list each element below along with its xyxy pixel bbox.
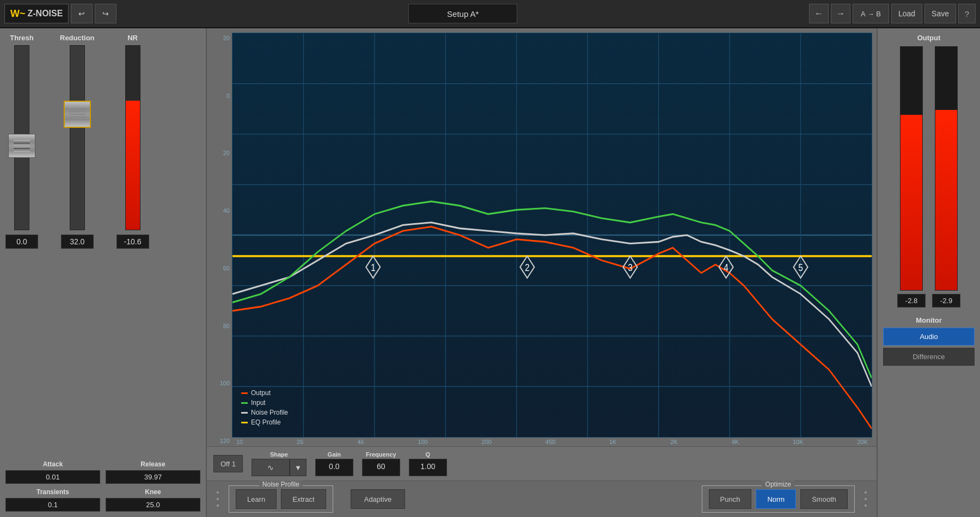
- monitor-label: Monitor: [883, 316, 975, 324]
- legend-noise-color: [241, 412, 248, 414]
- gain-value[interactable]: 0.0: [315, 459, 353, 476]
- right-panel: Output -2.8 -2.9: [877, 28, 980, 517]
- attack-value[interactable]: 0.01: [5, 470, 100, 484]
- setup-display: Setup A*: [408, 4, 517, 23]
- reduction-track: [70, 45, 85, 230]
- logo-button[interactable]: W~ Z-NOISE: [4, 4, 69, 23]
- spectrum-display[interactable]: 1 2 3 4: [232, 33, 872, 438]
- knee-value[interactable]: 25.0: [106, 498, 200, 512]
- dot-6: [863, 503, 868, 508]
- eq-shape-button[interactable]: ∿: [252, 459, 290, 476]
- output-label: Output: [917, 34, 941, 42]
- reduction-thumb[interactable]: [64, 101, 91, 128]
- legend-output-label: Output: [251, 389, 271, 397]
- q-label: Q: [426, 451, 431, 458]
- eq-dropdown-button[interactable]: ▼: [290, 459, 307, 476]
- left-meter-fill: [901, 115, 922, 290]
- optimize-label: Optimize: [762, 481, 794, 488]
- nr-value[interactable]: -10.6: [117, 235, 149, 249]
- spectrum-layout: 20 0 20 40 60 80 100 120: [211, 33, 872, 446]
- y-label: 20: [211, 35, 230, 41]
- extract-button[interactable]: Extract: [281, 489, 326, 509]
- prev-button[interactable]: ←: [809, 4, 829, 23]
- adaptive-button[interactable]: Adaptive: [351, 489, 406, 509]
- legend-eq-color: [241, 422, 248, 423]
- right-meter-group: -2.9: [932, 46, 960, 307]
- punch-button[interactable]: Punch: [709, 489, 752, 509]
- x-label: 100: [418, 439, 427, 445]
- thresh-label: Thresh: [10, 34, 33, 42]
- next-button[interactable]: →: [831, 4, 850, 23]
- help-button[interactable]: ?: [958, 4, 976, 23]
- x-label: 10: [236, 439, 243, 445]
- monitor-section: Monitor Audio Difference: [883, 316, 975, 368]
- release-value[interactable]: 39.97: [106, 470, 200, 484]
- nr-bar-wrapper: [125, 45, 140, 230]
- spectrum-main: 1 2 3 4: [232, 33, 872, 446]
- reduction-value[interactable]: 32.0: [61, 235, 94, 249]
- thumb-line: [14, 151, 30, 152]
- reduction-line: [69, 108, 85, 109]
- thumb-line: [14, 140, 30, 141]
- transients-value[interactable]: 0.1: [5, 498, 100, 512]
- x-label: 450: [546, 439, 555, 445]
- y-label: 20: [211, 150, 230, 156]
- center-panel: 20 0 20 40 60 80 100 120: [207, 28, 877, 517]
- legend-noise-label: Noise Profile: [251, 409, 288, 416]
- spectrum-legend: Output Input Noise Profile: [241, 389, 288, 426]
- legend-output: Output: [241, 389, 288, 397]
- svg-text:1: 1: [371, 262, 376, 274]
- thumb-lines: [14, 140, 30, 152]
- reduction-line: [69, 111, 85, 112]
- ab-button[interactable]: A → B: [853, 4, 889, 23]
- x-label: 2K: [670, 439, 677, 445]
- legend-eq-profile: EQ Profile: [241, 418, 288, 426]
- x-axis-labels: 10 26 46 100 200 450 1K 2K 4K 10K 20K: [232, 438, 872, 446]
- right-meter-fill: [935, 110, 957, 290]
- noise-profile-section: Noise Profile Learn Extract: [229, 485, 333, 513]
- gain-label: Gain: [328, 451, 341, 458]
- eq-band-button[interactable]: Off 1: [213, 455, 243, 472]
- nr-control: NR -10.6: [117, 34, 149, 455]
- left-meter-value[interactable]: -2.8: [897, 294, 926, 307]
- x-label: 200: [482, 439, 492, 445]
- left-meter-group: -2.8: [897, 46, 926, 307]
- thresh-slider-container[interactable]: [14, 45, 29, 230]
- svg-text:2: 2: [525, 262, 530, 274]
- release-group: Release 39.97: [106, 460, 200, 484]
- release-label: Release: [140, 460, 165, 468]
- svg-text:3: 3: [628, 262, 633, 274]
- difference-button[interactable]: Difference: [883, 348, 975, 366]
- dot-1: [216, 490, 220, 495]
- audio-button[interactable]: Audio: [883, 328, 975, 346]
- load-button[interactable]: Load: [891, 4, 922, 23]
- reduction-line: [69, 116, 85, 118]
- q-value[interactable]: 1.00: [409, 459, 447, 476]
- transients-knee-row: Transients 0.1 Knee 25.0: [5, 488, 200, 512]
- frequency-value[interactable]: 60: [362, 459, 400, 476]
- thresh-value[interactable]: 0.0: [5, 235, 38, 249]
- thumb-line: [14, 143, 30, 144]
- legend-eq-label: EQ Profile: [251, 418, 281, 426]
- smooth-button[interactable]: Smooth: [800, 489, 848, 509]
- norm-button[interactable]: Norm: [756, 489, 796, 509]
- right-meter-value[interactable]: -2.9: [932, 294, 960, 307]
- reduction-label: Reduction: [60, 34, 95, 42]
- y-label: 100: [211, 380, 230, 386]
- reduction-line: [69, 119, 85, 120]
- undo-button[interactable]: ↩: [71, 4, 93, 23]
- frequency-group: Frequency 60: [362, 451, 400, 476]
- redo-button[interactable]: ↪: [95, 4, 117, 23]
- learn-button[interactable]: Learn: [236, 489, 277, 509]
- plugin-name: Z-NOISE: [28, 9, 63, 19]
- dot-2: [216, 497, 220, 501]
- main-content: Thresh 0.0: [0, 28, 980, 517]
- bottom-bar: Noise Profile Learn Extract Adaptive Opt…: [207, 481, 877, 517]
- thumb-line: [14, 145, 30, 146]
- x-label: 10K: [793, 439, 804, 445]
- reduction-line: [69, 114, 85, 115]
- thresh-thumb[interactable]: [8, 134, 35, 158]
- toolbar: W~ Z-NOISE ↩ ↪ Setup A* ← → A → B Load S…: [0, 0, 980, 28]
- save-button[interactable]: Save: [924, 4, 956, 23]
- reduction-slider-container[interactable]: [70, 45, 85, 230]
